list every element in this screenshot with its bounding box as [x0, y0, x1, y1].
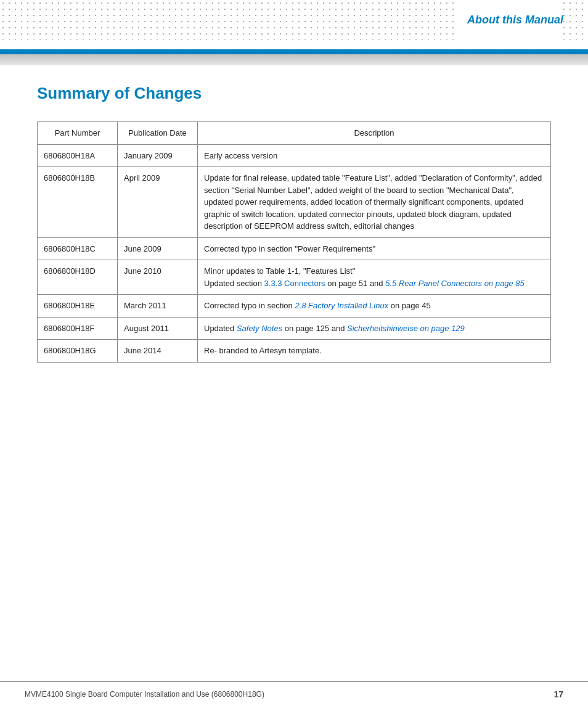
link-page: on page 45 [388, 301, 431, 310]
table-row: 6806800H18D June 2010 Minor updates to T… [38, 260, 551, 295]
desc-pre: Updated section [204, 279, 264, 288]
footer-page-number: 17 [553, 689, 563, 699]
cell-desc: Early access version [198, 144, 551, 167]
cell-part: 6806800H18B [38, 167, 118, 238]
cell-date: April 2009 [118, 167, 198, 238]
page-content: Summary of Changes Part Number Publicati… [0, 65, 588, 400]
cell-desc: Update for final release, updated table … [198, 167, 551, 238]
link-safety-notes[interactable]: Safety Notes [237, 324, 282, 333]
link1-page: on page 125 [282, 324, 329, 333]
col-header-desc: Description [198, 122, 551, 145]
section-title: Summary of Changes [37, 84, 551, 103]
header-area: About this Manual [0, 0, 588, 49]
gray-bar [0, 54, 588, 65]
cell-part: 6806800H18F [38, 317, 118, 340]
link-and: and [329, 324, 347, 333]
col-header-part: Part Number [38, 122, 118, 145]
table-row: 6806800H18E March 2011 Corrected typo in… [38, 295, 551, 318]
cell-date: June 2014 [118, 340, 198, 363]
cell-part: 6806800H18E [38, 295, 118, 318]
cell-part: 6806800H18D [38, 260, 118, 295]
cell-date: March 2011 [118, 295, 198, 318]
desc-line1: Minor updates to Table 1-1, "Features Li… [204, 265, 544, 277]
desc-line2: Updated section 3.3.3 Connectors on page… [204, 277, 544, 290]
cell-date: June 2009 [118, 237, 198, 260]
link-factory-linux[interactable]: 2.8 Factory Installed Linux [295, 301, 388, 310]
desc-pre: Updated [204, 324, 237, 333]
changes-table: Part Number Publication Date Description… [37, 121, 551, 363]
link-and: and [367, 279, 385, 288]
cell-part: 6806800H18C [38, 237, 118, 260]
page-title: About this Manual [467, 14, 563, 27]
desc-pre: Corrected typo in section [204, 301, 295, 310]
link-connectors[interactable]: 3.3.3 Connectors [264, 279, 325, 288]
link1-page: on page 51 [325, 279, 368, 288]
cell-date: June 2010 [118, 260, 198, 295]
cell-date: January 2009 [118, 144, 198, 167]
link-sicherheitshinweise[interactable]: Sicherheitshinweise on page 129 [347, 324, 465, 333]
cell-desc: Re- branded to Artesyn template. [198, 340, 551, 363]
cell-desc: Minor updates to Table 1-1, "Features Li… [198, 260, 551, 295]
table-row: 6806800H18C June 2009 Corrected typo in … [38, 237, 551, 260]
table-row: 6806800H18G June 2014 Re- branded to Art… [38, 340, 551, 363]
footer-text: MVME4100 Single Board Computer Installat… [25, 690, 264, 699]
cell-part: 6806800H18A [38, 144, 118, 167]
header-title-area: About this Manual [455, 0, 563, 40]
cell-desc: Corrected typo in section "Power Require… [198, 237, 551, 260]
table-row: 6806800H18F August 2011 Updated Safety N… [38, 317, 551, 340]
table-row: 6806800H18B April 2009 Update for final … [38, 167, 551, 238]
link-rear-panel[interactable]: 5.5 Rear Panel Connectors on page 85 [385, 279, 525, 288]
cell-date: August 2011 [118, 317, 198, 340]
cell-desc: Corrected typo in section 2.8 Factory In… [198, 295, 551, 318]
blue-accent-bar [0, 49, 588, 54]
page-footer: MVME4100 Single Board Computer Installat… [0, 681, 588, 706]
cell-part: 6806800H18G [38, 340, 118, 363]
table-row: 6806800H18A January 2009 Early access ve… [38, 144, 551, 167]
table-header-row: Part Number Publication Date Description [38, 122, 551, 145]
cell-desc: Updated Safety Notes on page 125 and Sic… [198, 317, 551, 340]
col-header-date: Publication Date [118, 122, 198, 145]
